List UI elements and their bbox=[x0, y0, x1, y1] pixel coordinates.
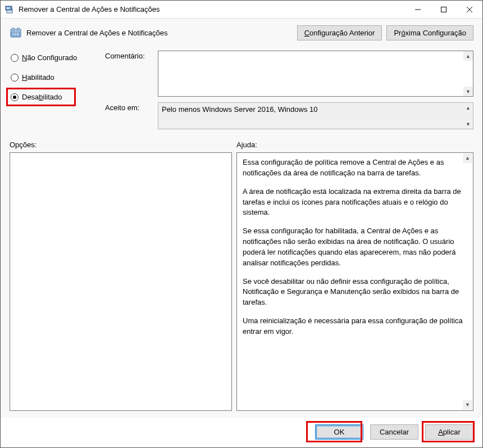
svg-rect-5 bbox=[441, 7, 446, 12]
policy-dialog-icon bbox=[5, 5, 14, 14]
scrollbar[interactable]: ▲ ▼ bbox=[463, 103, 473, 129]
svg-rect-9 bbox=[12, 28, 14, 30]
help-paragraph: Essa configuração de política remove a C… bbox=[243, 157, 467, 179]
cancel-button[interactable]: Cancelar bbox=[370, 424, 418, 440]
radio-icon bbox=[11, 93, 19, 101]
maximize-button[interactable] bbox=[431, 1, 457, 19]
field-column: Comentário: ▲ ▼ Aceito em: Pelo menos Wi… bbox=[105, 51, 473, 129]
radio-label: Não Configurado bbox=[22, 53, 77, 62]
svg-rect-2 bbox=[7, 7, 8, 9]
scroll-up-icon[interactable]: ▲ bbox=[463, 103, 473, 112]
scrollbar[interactable]: ▲ ▼ bbox=[463, 153, 472, 410]
window-controls bbox=[405, 1, 482, 19]
comment-textarea[interactable]: ▲ ▼ bbox=[158, 51, 473, 97]
supported-label: Aceito em: bbox=[105, 102, 153, 129]
window-title: Remover a Central de Ações e Notificaçõe… bbox=[19, 5, 405, 13]
scroll-down-icon[interactable]: ▼ bbox=[463, 119, 473, 129]
policy-title: Remover a Central de Ações e Notificaçõe… bbox=[26, 29, 293, 37]
scroll-down-icon[interactable]: ▼ bbox=[463, 87, 473, 96]
apply-button[interactable]: Aplicar bbox=[425, 424, 473, 440]
upper-columns: Não Configurado Habilitado Desabilitado … bbox=[10, 51, 473, 129]
supported-on-text: Pelo menos Windows Server 2016, Windows … bbox=[162, 105, 317, 126]
svg-rect-10 bbox=[17, 28, 19, 30]
help-pane[interactable]: Essa configuração de política remove a C… bbox=[236, 152, 473, 411]
header-row: Remover a Central de Ações e Notificaçõe… bbox=[10, 25, 473, 40]
options-pane bbox=[10, 152, 232, 411]
dialog-footer: OK Cancelar Aplicar bbox=[1, 418, 482, 447]
policy-icon bbox=[10, 27, 22, 39]
help-paragraph: Uma reinicialização é necessária para es… bbox=[243, 316, 467, 337]
help-paragraph: Se você desabilitar ou não definir essa … bbox=[243, 277, 467, 309]
titlebar: Remover a Central de Ações e Notificaçõe… bbox=[1, 1, 482, 19]
scroll-up-icon[interactable]: ▲ bbox=[463, 51, 473, 61]
panes: Essa configuração de política remove a C… bbox=[10, 152, 473, 411]
section-labels: Opções: Ajuda: bbox=[10, 141, 473, 149]
supported-row: Aceito em: Pelo menos Windows Server 201… bbox=[105, 102, 473, 129]
svg-rect-11 bbox=[12, 32, 20, 36]
scrollbar[interactable]: ▲ ▼ bbox=[463, 51, 473, 96]
minimize-button[interactable] bbox=[405, 1, 431, 19]
radio-not-configured[interactable]: Não Configurado bbox=[10, 52, 98, 64]
radio-enabled[interactable]: Habilitado bbox=[10, 71, 98, 83]
radio-icon bbox=[11, 74, 19, 82]
previous-setting-button[interactable]: Configuração Anterior bbox=[297, 25, 382, 40]
supported-on-box: Pelo menos Windows Server 2016, Windows … bbox=[158, 102, 473, 129]
policy-dialog-window: Remover a Central de Ações e Notificaçõe… bbox=[0, 0, 483, 448]
radio-disabled[interactable]: Desabilitado bbox=[10, 91, 98, 103]
state-radio-group: Não Configurado Habilitado Desabilitado bbox=[10, 51, 98, 103]
help-paragraph: Se essa configuração for habilitada, a C… bbox=[243, 226, 467, 268]
next-setting-button[interactable]: Próxima Configuração bbox=[386, 25, 473, 40]
scroll-up-icon[interactable]: ▲ bbox=[463, 153, 472, 163]
scroll-down-icon[interactable]: ▼ bbox=[463, 400, 472, 410]
help-text: Essa configuração de política remove a C… bbox=[243, 157, 467, 337]
ok-button[interactable]: OK bbox=[315, 424, 363, 440]
radio-label: Desabilitado bbox=[22, 93, 62, 101]
dialog-content: Remover a Central de Ações e Notificaçõe… bbox=[1, 19, 482, 418]
comment-label: Comentário: bbox=[105, 51, 153, 97]
radio-label: Habilitado bbox=[22, 73, 54, 82]
radio-icon bbox=[11, 54, 19, 62]
close-button[interactable] bbox=[457, 1, 482, 19]
svg-rect-3 bbox=[8, 7, 10, 9]
help-label: Ajuda: bbox=[236, 141, 257, 149]
help-paragraph: A área de notificação está localizada na… bbox=[243, 187, 467, 219]
comment-row: Comentário: ▲ ▼ bbox=[105, 51, 473, 97]
options-label: Opções: bbox=[10, 141, 236, 149]
